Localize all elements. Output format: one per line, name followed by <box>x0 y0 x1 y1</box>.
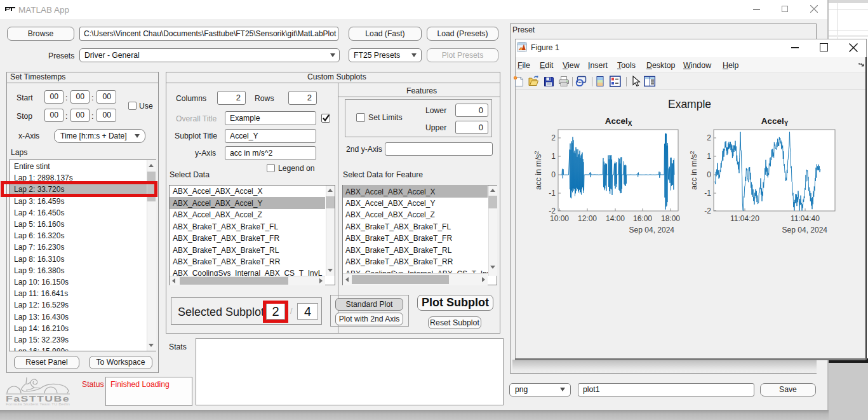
svg-text:10:00: 10:00 <box>550 214 569 223</box>
svg-text:acc in m/s2: acc in m/s2 <box>689 151 698 189</box>
svg-text:acc in m/s2: acc in m/s2 <box>533 151 543 189</box>
svg-text:12:00: 12:00 <box>578 214 597 223</box>
svg-text:18:00: 18:00 <box>661 214 680 223</box>
svg-text:Example: Example <box>668 98 711 111</box>
svg-text:-2: -2 <box>704 207 711 215</box>
svg-text:14:00: 14:00 <box>606 214 625 223</box>
svg-text:0: 0 <box>707 170 711 179</box>
svg-text:Sep 04, 2024: Sep 04, 2024 <box>782 226 828 234</box>
svg-text:-1: -1 <box>549 189 556 198</box>
svg-text:11:04:40: 11:04:40 <box>791 214 820 223</box>
svg-text:-1: -1 <box>704 189 711 198</box>
svg-text:Sep 04, 2024: Sep 04, 2024 <box>629 226 675 234</box>
svg-text:1: 1 <box>707 152 711 161</box>
svg-text:2: 2 <box>551 133 556 142</box>
svg-text:Formula Student Team TU Berlin: Formula Student Team TU Berlin <box>6 402 70 406</box>
svg-text:0: 0 <box>551 170 556 179</box>
svg-text:11:04:20: 11:04:20 <box>730 214 759 223</box>
svg-text:2: 2 <box>707 133 711 142</box>
svg-text:16:00: 16:00 <box>633 214 652 223</box>
svg-text:1: 1 <box>551 152 556 161</box>
